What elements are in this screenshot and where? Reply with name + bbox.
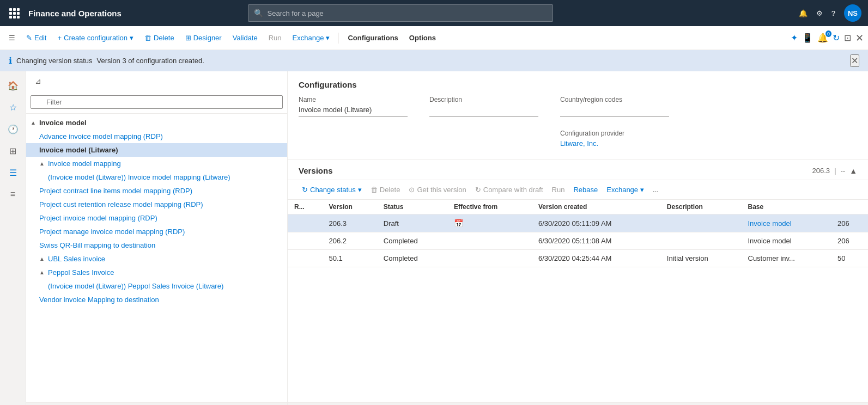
info-bar-close-button[interactable]: ✕ <box>850 54 859 67</box>
versions-header: Versions 206.3 | -- ▲ <box>288 159 868 180</box>
table-row[interactable]: 50.1 Completed 6/30/2020 04:25:44 AM Ini… <box>288 250 868 267</box>
favorites-sidebar-button[interactable]: ☆ <box>3 97 23 117</box>
cell-base-num-0: 206 <box>831 214 868 232</box>
tree-horizontal-scrollbar[interactable] <box>26 402 287 405</box>
table-row[interactable]: 206.2 Completed 6/30/2020 05:11:08 AM In… <box>288 232 868 250</box>
user-avatar[interactable]: NS <box>844 4 861 22</box>
versions-table: R... Version Status Effective from Versi… <box>288 200 868 267</box>
rebase-button[interactable]: Rebase <box>570 183 601 196</box>
chevron-down-icon-exchange: ▾ <box>326 34 330 42</box>
designer-icon: ⊞ <box>185 34 191 42</box>
tree-funnel-bar: ⊿ <box>26 71 287 91</box>
configuration-section-title: Configurations <box>299 80 857 89</box>
versions-collapse-button[interactable]: ▲ <box>849 167 857 175</box>
tree-item-invoice-model[interactable]: ▲ Invoice model <box>26 116 287 130</box>
search-placeholder: Search for a page <box>268 9 324 17</box>
list-sidebar-button[interactable]: ≡ <box>3 185 23 204</box>
sparkle-icon[interactable]: ✦ <box>791 33 798 43</box>
help-icon[interactable]: ? <box>831 9 835 17</box>
config-description-label: Description <box>429 96 538 103</box>
config-name-label: Name <box>299 96 408 103</box>
toolbar-separator-1 <box>338 33 339 44</box>
workspaces-sidebar-button[interactable]: ⊞ <box>3 141 23 161</box>
filter-funnel-button[interactable]: ⊿ <box>31 73 46 89</box>
cell-status-1: Completed <box>377 232 447 250</box>
table-row[interactable]: 206.3 Draft 📅 6/30/2020 05:11:09 AM Invo… <box>288 214 868 232</box>
delete-button[interactable]: 🗑 Delete <box>140 32 179 44</box>
create-configuration-button[interactable]: + Create configuration ▾ <box>53 32 138 44</box>
tree-item-project-invoice[interactable]: Project invoice model mapping (RDP) <box>26 211 287 225</box>
col-status: Status <box>377 200 447 214</box>
close-icon[interactable]: ✕ <box>855 32 864 44</box>
col-r: R... <box>288 200 323 214</box>
menu-sidebar-button[interactable]: ☰ <box>3 163 23 182</box>
config-country-field: Country/region codes Configuration provi… <box>560 96 669 150</box>
tree-item-peppol[interactable]: ▲ Peppol Sales Invoice <box>26 266 287 279</box>
designer-button[interactable]: ⊞ Designer <box>181 32 226 44</box>
configuration-header: Configurations Name Invoice model (Litwa… <box>288 71 868 159</box>
options-button[interactable]: Options <box>405 32 440 44</box>
versions-exchange-button[interactable]: Exchange ▾ <box>603 183 647 196</box>
validate-button[interactable]: Validate <box>228 32 262 44</box>
tree-item-vendor[interactable]: Vendor invoice Mapping to destination <box>26 293 287 306</box>
cell-created-2: 6/30/2020 04:25:44 AM <box>532 250 660 267</box>
chevron-down-icon: ▾ <box>130 34 133 42</box>
versions-delete-icon: 🗑 <box>371 186 378 194</box>
app-grid-button[interactable] <box>7 5 22 21</box>
tree-filter-area: 🔍 <box>26 91 287 114</box>
tree-panel: ⊿ 🔍 ▲ Invoice model Advance invoice mode… <box>26 71 288 405</box>
info-bar: ℹ Changing version status Version 3 of c… <box>0 50 868 71</box>
tree-item-invoice-mapping[interactable]: ▲ Invoice model mapping <box>26 157 287 170</box>
change-status-icon: ↻ <box>302 186 308 194</box>
versions-delete-button[interactable]: 🗑 Delete <box>367 183 404 196</box>
compare-draft-button[interactable]: ↻ Compare with draft <box>472 183 547 196</box>
badge-icon[interactable]: 🔔0 <box>817 33 828 43</box>
tree-item-swiss[interactable]: Swiss QR-Bill mapping to destination <box>26 238 287 252</box>
cell-status-0: Draft <box>377 214 447 232</box>
calendar-icon-0[interactable]: 📅 <box>454 219 463 228</box>
versions-dash: -- <box>840 167 845 175</box>
tree-arrow-invoice-mapping: ▲ <box>39 161 46 167</box>
get-version-button[interactable]: ⊙ Get this version <box>405 183 469 196</box>
run-button[interactable]: Run <box>264 32 286 44</box>
cell-base-2: Customer inv... <box>742 250 831 267</box>
tree-item-project-manage[interactable]: Project manage invoice model mapping (RD… <box>26 225 287 238</box>
cell-created-1: 6/30/2020 05:11:08 AM <box>532 232 660 250</box>
change-status-button[interactable]: ↻ Change status ▾ <box>299 183 365 196</box>
menu-toggle-button[interactable]: ☰ <box>4 32 20 44</box>
cell-r-0 <box>288 214 323 232</box>
main-layout: 🏠 ☆ 🕐 ⊞ ☰ ≡ ⊿ 🔍 ▲ Invoice model Advance … <box>0 71 868 405</box>
search-icon: 🔍 <box>254 9 263 17</box>
home-sidebar-button[interactable]: 🏠 <box>3 76 23 95</box>
settings-icon[interactable]: ⚙ <box>816 9 823 17</box>
exchange-button[interactable]: Exchange ▾ <box>288 32 335 44</box>
col-description: Description <box>660 200 742 214</box>
config-name-value: Invoice model (Litware) <box>299 106 408 116</box>
configurations-button[interactable]: Configurations <box>343 32 402 44</box>
refresh-icon[interactable]: ↻ <box>833 33 840 43</box>
mobile-icon[interactable]: 📱 <box>802 33 813 43</box>
config-description-field: Description <box>429 96 538 150</box>
col-version-created: Version created <box>532 200 660 214</box>
versions-horizontal-scrollbar[interactable] <box>288 402 868 405</box>
notification-icon[interactable]: 🔔 <box>799 9 808 17</box>
tree-item-invoice-litware[interactable]: Invoice model (Litware) <box>26 143 287 157</box>
search-box[interactable]: 🔍 Search for a page <box>248 4 553 22</box>
col-base-num <box>831 200 868 214</box>
edit-button[interactable]: ✎ Edit <box>22 32 51 44</box>
tree-item-advance[interactable]: Advance invoice model mapping (RDP) <box>26 130 287 143</box>
tree-item-project-contract[interactable]: Project contract line items model mappin… <box>26 184 287 198</box>
tree-item-peppol-litware[interactable]: (Invoice model (Litware)) Peppol Sales I… <box>26 279 287 293</box>
tree-item-ubl[interactable]: ▲ UBL Sales invoice <box>26 252 287 266</box>
delete-icon: 🗑 <box>144 34 151 42</box>
versions-run-button[interactable]: Run <box>549 183 568 196</box>
config-provider-value[interactable]: Litware, Inc. <box>560 139 669 150</box>
cell-desc-0 <box>660 214 742 232</box>
versions-toolbar: ↻ Change status ▾ 🗑 Delete ⊙ Get this ve… <box>288 180 868 200</box>
versions-more-button[interactable]: ... <box>650 183 662 196</box>
filter-input[interactable] <box>31 95 283 109</box>
tree-item-litware-mapping[interactable]: (Invoice model (Litware)) Invoice model … <box>26 170 287 184</box>
recent-sidebar-button[interactable]: 🕐 <box>3 119 23 139</box>
expand-icon[interactable]: ⊡ <box>844 33 851 43</box>
tree-item-project-cust[interactable]: Project cust retention release model map… <box>26 198 287 211</box>
